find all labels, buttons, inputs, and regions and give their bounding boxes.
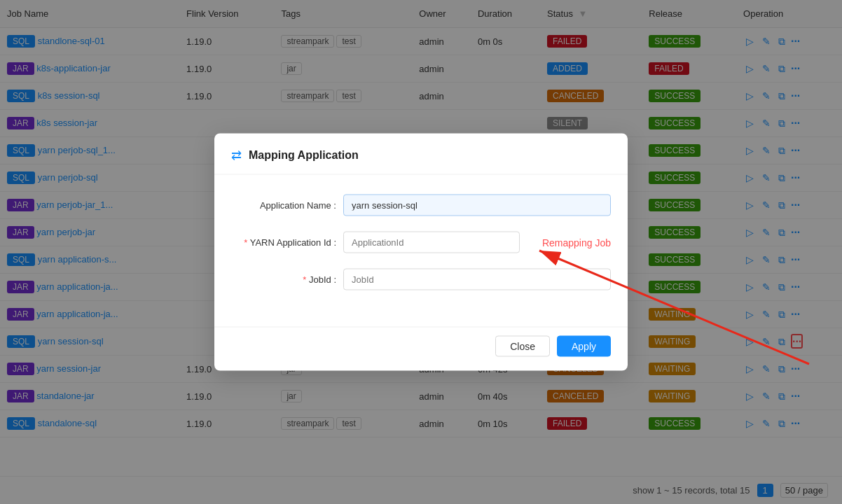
modal-footer: Close Apply [214, 327, 628, 371]
modal-title: Mapping Application [249, 149, 359, 162]
yarn-id-label: YARN Application Id : [231, 237, 343, 248]
apply-button[interactable]: Apply [557, 336, 611, 357]
modal-body: Application Name : YARN Application Id :… [214, 175, 628, 320]
jobid-input[interactable] [343, 269, 611, 290]
app-name-label: Application Name : [231, 200, 343, 211]
mapping-application-modal: ⇄ Mapping Application Application Name :… [214, 134, 628, 371]
jobid-row: JobId : [231, 269, 611, 290]
modal-header: ⇄ Mapping Application [214, 134, 628, 175]
app-name-row: Application Name : [231, 195, 611, 216]
yarn-id-row: YARN Application Id : Remapping Job [231, 232, 611, 253]
app-name-input[interactable] [343, 195, 611, 216]
close-button[interactable]: Close [495, 336, 550, 357]
main-container: Job Name Flink Version Tags Owner Durati… [0, 0, 842, 504]
mapping-icon: ⇄ [231, 148, 242, 163]
yarn-application-id-input[interactable] [343, 232, 520, 253]
remapping-job-link[interactable]: Remapping Job [542, 237, 611, 248]
jobid-label: JobId : [231, 274, 343, 285]
